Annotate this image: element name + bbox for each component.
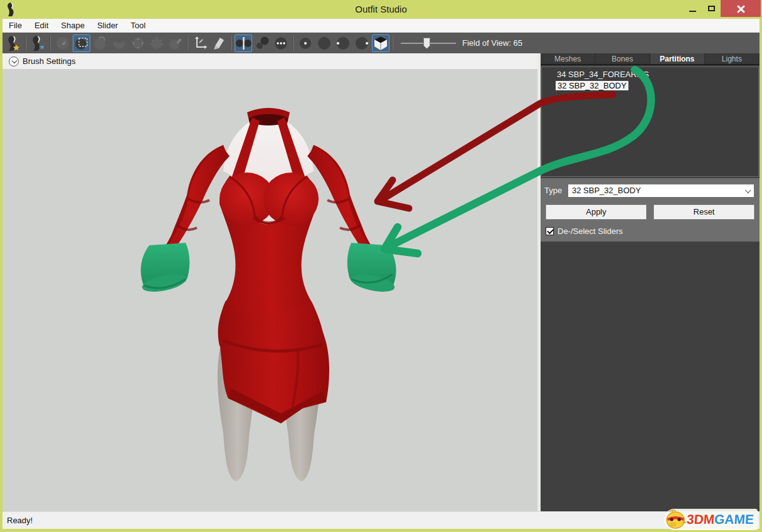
brush-dot-left-button[interactable] [334,35,352,52]
transform-tool-button[interactable] [191,35,209,52]
cube-icon [373,35,389,51]
tab-bones[interactable]: Bones [595,53,650,64]
perspective-toggle-button[interactable] [372,35,389,52]
tab-lights[interactable]: Lights [705,53,759,64]
window-title: Outfit Studio [0,4,762,14]
mask-brush-icon [74,36,89,51]
collapse-chevron-icon[interactable] [9,56,19,66]
smooth-brush-icon [149,36,164,51]
status-text: Ready! [3,516,33,525]
panel-tabs: Meshes Bones Partitions Lights [541,53,759,65]
menu-shape[interactable]: Shape [55,19,91,33]
partition-type-section: Type 32 SBP_32_BODY Apply Reset De-/Sele… [541,178,759,242]
menu-file[interactable]: File [3,19,28,33]
type-row: Type 32 SBP_32_BODY [543,184,754,198]
deselect-sliders-checkbox[interactable] [546,227,554,235]
maximize-button[interactable] [702,0,721,17]
toolbar-separator [231,36,231,51]
toolbar-separator [188,36,188,51]
connected-circles-icon [255,36,270,51]
pencil-icon [211,36,226,51]
weight-brush-button[interactable] [167,35,184,52]
slider-thumb[interactable] [423,38,430,49]
close-icon [737,5,744,13]
mirror-x-toggle-button[interactable] [235,35,252,52]
load-project-icon [31,35,46,51]
close-button[interactable] [721,0,761,17]
toolbar-separator [393,36,393,51]
toolbar: Field of View: 65 [3,33,759,53]
title-bar[interactable]: Outfit Studio [0,0,762,19]
connected-brush-toggle-button[interactable] [253,35,271,52]
weight-brush-icon [168,36,183,51]
type-dropdown-value: 32 SBP_32_BODY [572,186,641,195]
circle-dot-center-icon [298,36,313,51]
window-controls [683,0,761,17]
menu-edit[interactable]: Edit [28,19,55,33]
list-item-forearms[interactable]: 34 SBP_34_FOREARMS [542,69,758,80]
circle-plain-icon [317,36,332,51]
toolbar-separator [50,36,51,51]
partition-list[interactable]: 34 SBP_34_FOREARMS 32 SBP_32_BODY [541,66,759,177]
chick-mascot-icon [665,509,687,529]
tab-meshes[interactable]: Meshes [541,53,595,64]
minimize-button[interactable] [683,0,702,17]
inflate-brush-icon [93,36,108,51]
circle-dot-right-icon [354,36,369,51]
toolbar-separator [26,36,26,51]
viewport-area: Brush Settings [3,53,537,511]
outfit-studio-window: Outfit Studio File Edit Shape Slider Too… [0,0,762,532]
main-area: Brush Settings [3,53,759,511]
reset-button[interactable]: Reset [654,205,754,220]
circle-dot-left-icon [336,36,351,51]
brush-dot-right-button[interactable] [353,35,371,52]
move-brush-button[interactable] [129,35,147,52]
maximize-icon [708,6,715,11]
inflate-brush-button[interactable] [92,35,109,52]
status-bar: Ready! [3,511,759,529]
menu-tool[interactable]: Tool [124,19,152,33]
watermark-text-game: GAME [714,512,754,527]
minimize-icon [689,11,696,12]
watermark-text-3dm: 3DM [686,512,715,527]
type-dropdown[interactable]: 32 SBP_32_BODY [568,184,754,198]
brush-settings-label: Brush Settings [23,56,76,66]
smooth-brush-button[interactable] [148,35,166,52]
chevron-down-icon [745,187,751,193]
select-arrow-icon [55,36,70,51]
type-label: Type [544,186,562,195]
tab-partitions[interactable]: Partitions [650,53,705,64]
toolbar-separator [293,36,294,51]
outfit-model [3,70,537,511]
list-item-body[interactable]: 32 SBP_32_BODY [556,80,758,92]
pivot-tool-button[interactable] [210,35,228,52]
deflate-brush-icon [112,36,127,51]
brush-dot-center-button[interactable] [297,35,314,52]
brush-settings-header[interactable]: Brush Settings [3,53,537,70]
load-project-button[interactable] [29,35,47,52]
mask-brush-button[interactable] [73,35,90,52]
dotted-circle-icon [273,36,289,51]
new-project-icon [6,35,21,51]
right-panel: Meshes Bones Partitions Lights 34 SBP_34… [541,53,759,511]
mirror-x-icon [235,36,251,51]
field-of-view-slider[interactable] [401,37,456,50]
deselect-sliders-row: De-/Select Sliders [546,226,623,236]
select-tool-button[interactable] [54,35,71,52]
watermark-3dmgame: 3DM GAME [664,509,758,530]
global-brush-toggle-button[interactable] [272,35,290,52]
brush-plain-button[interactable] [315,35,333,52]
menu-bar: File Edit Shape Slider Tool [3,19,759,33]
deflate-brush-button[interactable] [110,35,128,52]
new-project-button[interactable] [5,35,23,52]
button-row: Apply Reset [546,205,754,220]
move-brush-icon [130,36,146,51]
viewport-3d[interactable] [3,70,537,511]
menu-slider[interactable]: Slider [91,19,124,33]
field-of-view-label: Field of View: 65 [462,38,522,48]
transform-axes-icon [193,36,208,51]
deselect-sliders-label: De-/Select Sliders [558,226,623,236]
apply-button[interactable]: Apply [546,205,647,220]
